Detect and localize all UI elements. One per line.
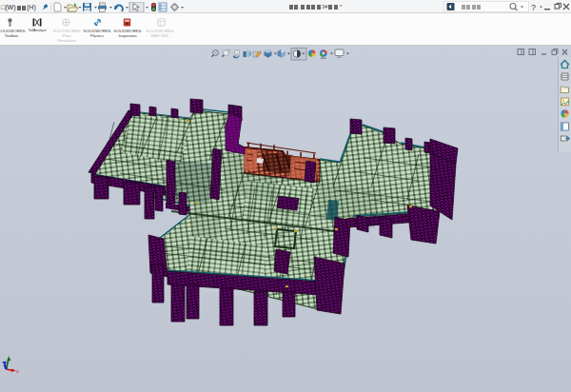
svg-text:x: x: [16, 368, 19, 374]
